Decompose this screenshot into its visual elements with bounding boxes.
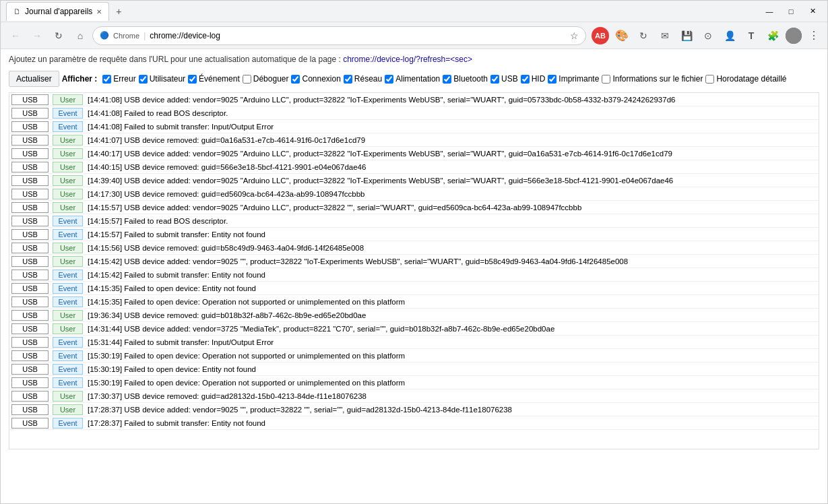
filter-utilisateur-label[interactable]: Utilisateur [150, 74, 185, 84]
source-badge: USB [11, 256, 49, 267]
save-icon[interactable]: 💾 [678, 27, 695, 44]
log-text: [15:31:44] Failed to submit transfer: In… [85, 338, 819, 347]
refresh-ext-icon[interactable]: ↻ [635, 27, 652, 44]
log-text: [15:30:19] Failed to open device: Operat… [85, 378, 819, 387]
source-badge: USB [11, 270, 49, 280]
nav-bar: ← → ↻ ⌂ 🔵 Chrome | ☆ AB 🎨 ↻ ✉ 💾 ⊙ 👤 T 🧩 … [1, 22, 827, 49]
circle-icon[interactable]: ⊙ [699, 27, 717, 44]
back-button[interactable]: ← [6, 26, 25, 45]
source-badge: USB [11, 323, 49, 334]
filter-reseau-checkbox[interactable] [344, 75, 352, 84]
table-row: USBEvent[15:30:19] Failed to open device… [9, 349, 819, 363]
filter-erreur-checkbox[interactable] [102, 75, 111, 84]
source-badge: USB [11, 162, 49, 172]
filter-bluetooth: Bluetooth [443, 74, 488, 84]
mail-icon[interactable]: ✉ [656, 27, 674, 44]
table-row: USBEvent[14:15:57] Failed to read BOS de… [9, 214, 819, 228]
filter-connexion-label[interactable]: Connexion [302, 74, 340, 84]
browser-frame: 🗋 Journal d'appareils ✕ + — □ ✕ ← → ↻ ⌂ … [0, 0, 828, 504]
filter-bluetooth-checkbox[interactable] [443, 75, 451, 84]
filter-info-fichier-label[interactable]: Informations sur le fichier [612, 74, 703, 84]
new-tab-button[interactable]: + [112, 5, 125, 18]
log-container: USBUser[14:41:08] USB device added: vend… [9, 92, 819, 449]
tab-title: Journal d'appareils [25, 7, 92, 16]
filter-reseau: Réseau [344, 74, 382, 84]
log-text: [17:28:37] Failed to submit transfer: En… [85, 418, 819, 428]
close-button[interactable]: ✕ [803, 5, 822, 18]
filter-horodatage-checkbox[interactable] [705, 75, 714, 84]
type-badge: Event [53, 121, 83, 132]
table-row: USBEvent[14:15:35] Failed to open device… [9, 295, 819, 309]
menu-button[interactable]: ⋮ [806, 26, 822, 44]
minimize-button[interactable]: — [760, 5, 779, 18]
filter-hid-label[interactable]: HID [532, 74, 546, 84]
active-tab[interactable]: 🗋 Journal d'appareils ✕ [6, 2, 109, 21]
log-text: [14:41:08] Failed to read BOS descriptor… [85, 108, 819, 118]
type-badge: User [53, 323, 83, 334]
filter-bluetooth-label[interactable]: Bluetooth [453, 74, 488, 84]
filter-usb-label[interactable]: USB [501, 74, 518, 84]
info-bar: Ajoutez un paramètre de requête dans l'U… [9, 55, 819, 64]
log-text: [14:40:17] USB device added: vendor=9025… [85, 149, 819, 158]
filter-reseau-label[interactable]: Réseau [354, 74, 382, 84]
type-badge: User [53, 310, 83, 321]
table-row: USBEvent[14:15:57] Failed to submit tran… [9, 228, 819, 241]
maximize-button[interactable]: □ [782, 5, 800, 18]
log-text: [14:15:56] USB device removed: guid=b58c… [85, 243, 819, 253]
tab-close-button[interactable]: ✕ [96, 8, 102, 15]
table-row: USBUser[14:15:57] USB device added: vend… [9, 201, 819, 214]
filter-imprimante-checkbox[interactable] [548, 75, 556, 84]
log-text: [17:28:37] USB device added: vendor=9025… [85, 405, 819, 414]
bookmark-icon[interactable]: ☆ [570, 30, 579, 41]
source-badge: USB [11, 108, 49, 119]
type-badge: User [53, 256, 83, 267]
filter-usb-checkbox[interactable] [490, 75, 499, 84]
filter-imprimante-label[interactable]: Imprimante [559, 74, 599, 84]
filter-evenement-label[interactable]: Événement [199, 74, 240, 84]
type-badge: User [53, 202, 83, 213]
filter-debuguer-label[interactable]: Déboguer [253, 74, 289, 84]
type-badge: User [53, 189, 83, 199]
filter-usb: USB [490, 74, 518, 84]
table-row: USBEvent[17:28:37] Failed to submit tran… [9, 416, 819, 430]
filter-hid-checkbox[interactable] [521, 75, 530, 84]
table-row: USBUser[19:36:34] USB device removed: gu… [9, 309, 819, 322]
source-badge: USB [11, 283, 49, 294]
type-badge: Event [53, 229, 83, 240]
type-badge: User [53, 175, 83, 186]
reload-button[interactable]: ↻ [49, 26, 68, 45]
filter-info-fichier-checkbox[interactable] [602, 75, 610, 84]
T-icon[interactable]: T [742, 27, 760, 44]
info-link[interactable]: chrome://device-log/?refresh=<sec> [343, 55, 472, 64]
filter-alimentation-checkbox[interactable] [385, 75, 393, 84]
filter-horodatage: Horodatage détaillé [705, 74, 786, 84]
filter-connexion-checkbox[interactable] [291, 75, 300, 84]
table-row: USBUser[14:39:40] USB device added: vend… [9, 174, 819, 187]
filter-connexion: Connexion [291, 74, 340, 84]
filter-alimentation: Alimentation [385, 74, 440, 84]
filter-debuguer-checkbox[interactable] [243, 75, 251, 84]
forward-button[interactable]: → [28, 26, 46, 45]
info-text: Ajoutez un paramètre de requête dans l'U… [9, 55, 343, 64]
color-wheel-icon[interactable]: 🎨 [613, 27, 631, 44]
log-text: [15:30:19] Failed to open device: Entity… [85, 365, 819, 374]
table-row: USBUser[14:41:07] USB device removed: gu… [9, 133, 819, 147]
source-badge: USB [11, 121, 49, 132]
source-badge: USB [11, 391, 49, 402]
address-input[interactable] [150, 31, 566, 40]
source-badge: USB [11, 350, 49, 361]
profile-avatar[interactable] [786, 28, 802, 44]
home-button[interactable]: ⌂ [71, 26, 90, 45]
table-row: USBUser[14:40:15] USB device removed: gu… [9, 160, 819, 174]
person-icon[interactable]: 👤 [721, 27, 738, 44]
puzzle-icon[interactable]: 🧩 [764, 27, 782, 44]
filter-horodatage-label[interactable]: Horodatage détaillé [716, 74, 786, 84]
source-badge: USB [11, 364, 49, 375]
filter-alimentation-label[interactable]: Alimentation [395, 74, 440, 84]
filter-evenement-checkbox[interactable] [188, 75, 197, 84]
address-prefix-label: Chrome [113, 32, 139, 40]
filter-utilisateur-checkbox[interactable] [139, 75, 148, 84]
refresh-button[interactable]: Actualiser [9, 71, 59, 87]
filter-erreur-label[interactable]: Erreur [113, 74, 135, 84]
adblock-icon[interactable]: AB [592, 27, 609, 44]
